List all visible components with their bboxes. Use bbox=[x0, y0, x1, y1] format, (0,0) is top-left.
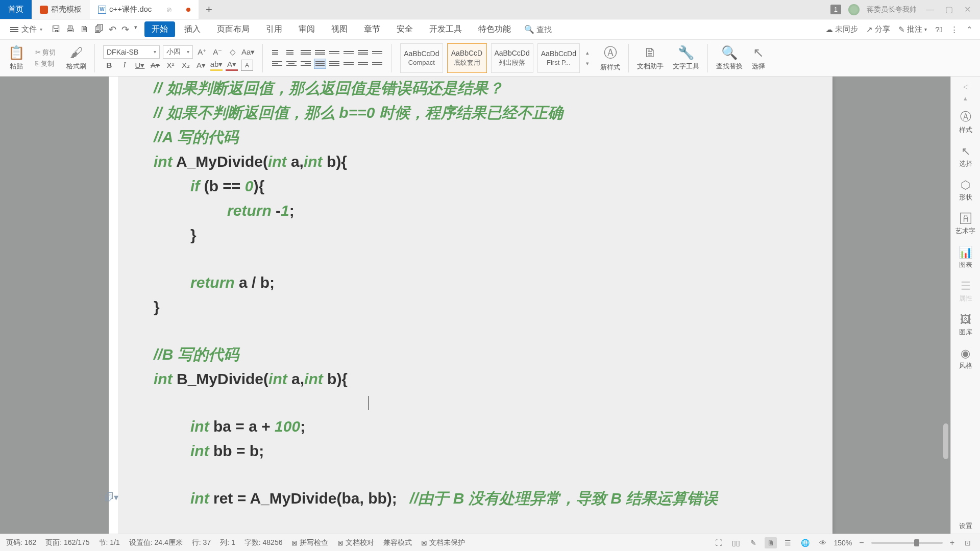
file-menu[interactable]: 文件 ▾ bbox=[7, 23, 45, 36]
sidebar-settings[interactable]: 设置 bbox=[959, 518, 972, 534]
tab-template[interactable]: 稻壳模板 bbox=[32, 0, 90, 19]
subscript-button[interactable]: X₂ bbox=[180, 60, 192, 71]
paste-button[interactable]: 📋粘贴 bbox=[5, 44, 28, 72]
italic-button[interactable]: I bbox=[118, 60, 131, 71]
style-list-paragraph[interactable]: AaBbCcDd列出段落 bbox=[491, 43, 533, 73]
sidebar-up-button[interactable]: ▴ bbox=[964, 94, 967, 102]
search-input[interactable] bbox=[536, 25, 567, 34]
page-view-button[interactable]: 🗎 bbox=[765, 537, 777, 548]
minimize-button[interactable]: — bbox=[924, 3, 936, 16]
zoom-level[interactable]: 150% bbox=[834, 539, 852, 547]
sidebar-theme[interactable]: ◉风格 bbox=[959, 344, 972, 373]
font-name-select[interactable]: DFKai-SB▾ bbox=[103, 45, 160, 59]
align-left-button[interactable] bbox=[271, 59, 283, 69]
shading-button[interactable] bbox=[357, 59, 369, 69]
print-preview-button[interactable]: 🗎 bbox=[80, 24, 89, 35]
style-compact[interactable]: AaBbCcDdCompact bbox=[400, 43, 443, 73]
status-col[interactable]: 列: 1 bbox=[220, 538, 235, 547]
undo-button[interactable]: ↶ bbox=[109, 24, 116, 35]
char-border-button[interactable]: A bbox=[241, 60, 253, 71]
line-height-button[interactable] bbox=[342, 59, 355, 69]
text-tools-button[interactable]: 🔧文字工具 bbox=[670, 44, 702, 72]
close-button[interactable]: ✕ bbox=[962, 3, 973, 16]
copy-button[interactable]: ⎘复制 bbox=[34, 59, 57, 69]
superscript-button[interactable]: X² bbox=[164, 60, 177, 71]
clear-format-button[interactable]: ◇ bbox=[227, 46, 239, 58]
print-button[interactable]: 🖶 bbox=[66, 24, 75, 35]
search-box[interactable]: 🔍 bbox=[524, 24, 567, 34]
styles-more-button[interactable]: ▴▾ bbox=[584, 47, 591, 69]
align-center-button[interactable] bbox=[285, 59, 298, 69]
save-button[interactable]: 🖫 bbox=[52, 24, 61, 35]
menu-tab-view[interactable]: 视图 bbox=[324, 21, 355, 37]
document-page[interactable]: // 如果判断返回值，那么返回值是错误码还是结果？ // 如果不判断返回值，那么… bbox=[118, 77, 832, 534]
fit-page-button[interactable]: ⊡ bbox=[962, 537, 974, 548]
scrollbar-thumb[interactable] bbox=[943, 423, 948, 459]
distribute-button[interactable] bbox=[328, 59, 340, 69]
redo-button[interactable]: ↷ bbox=[121, 24, 129, 35]
menu-tab-devtools[interactable]: 开发工具 bbox=[422, 21, 469, 37]
outline-view-button[interactable]: ☰ bbox=[782, 537, 794, 548]
qat-more-button[interactable]: ▾ bbox=[134, 24, 137, 35]
help-button[interactable]: ?⃝ bbox=[935, 25, 942, 34]
menu-tab-reference[interactable]: 引用 bbox=[259, 21, 289, 37]
numbering-button[interactable] bbox=[285, 47, 298, 58]
highlight-button[interactable]: ab▾ bbox=[210, 60, 223, 71]
font-size-select[interactable]: 小四▾ bbox=[163, 45, 193, 59]
line-spacing-button[interactable] bbox=[357, 47, 369, 58]
menu-tab-chapter[interactable]: 章节 bbox=[357, 21, 387, 37]
status-page[interactable]: 页面: 162/175 bbox=[45, 538, 89, 547]
notification-badge[interactable]: 1 bbox=[830, 5, 841, 14]
status-setval[interactable]: 设置值: 24.4厘米 bbox=[129, 538, 183, 547]
sidebar-collapse-button[interactable]: ◁ bbox=[963, 83, 968, 90]
sync-status[interactable]: ☁未同步 bbox=[825, 24, 858, 34]
menu-tab-special[interactable]: 特色功能 bbox=[471, 21, 518, 37]
text-effect-button[interactable]: A▾ bbox=[195, 60, 207, 71]
sidebar-gallery[interactable]: 🖼图库 bbox=[959, 310, 972, 340]
reading-view-button[interactable]: ▯▯ bbox=[730, 537, 742, 548]
sidebar-chart[interactable]: 📊图表 bbox=[959, 243, 972, 272]
doc-helper-button[interactable]: 🗎文档助手 bbox=[634, 44, 667, 72]
spellcheck-toggle[interactable]: ⊠拼写检查 bbox=[291, 538, 328, 547]
maximize-button[interactable]: ▢ bbox=[943, 3, 955, 16]
status-section[interactable]: 节: 1/1 bbox=[99, 538, 120, 547]
sidebar-style[interactable]: Ⓐ样式 bbox=[959, 106, 972, 138]
new-style-button[interactable]: Ⓐ新样式 bbox=[597, 43, 623, 73]
export-button[interactable]: 🗐 bbox=[94, 24, 104, 35]
bold-button[interactable]: B bbox=[103, 60, 115, 71]
formatpainter-button[interactable]: 🖌格式刷 bbox=[63, 44, 89, 72]
sidebar-select[interactable]: ↖选择 bbox=[959, 142, 972, 171]
device-icon[interactable]: ⎚ bbox=[167, 6, 171, 14]
zoom-slider[interactable] bbox=[871, 542, 943, 544]
tab-button[interactable] bbox=[328, 47, 340, 58]
zoom-out-button[interactable]: − bbox=[857, 538, 866, 547]
menu-tab-security[interactable]: 安全 bbox=[389, 21, 420, 37]
eye-protect-button[interactable]: 👁 bbox=[817, 537, 829, 548]
bullets-button[interactable] bbox=[271, 47, 283, 58]
tab-home[interactable]: 首页 bbox=[0, 0, 32, 19]
align-right-button[interactable] bbox=[300, 59, 312, 69]
status-pagecode[interactable]: 页码: 162 bbox=[6, 538, 36, 547]
underline-button[interactable]: U▾ bbox=[134, 60, 146, 71]
zoom-slider-handle[interactable] bbox=[914, 539, 919, 546]
borders-button[interactable] bbox=[371, 59, 383, 69]
show-marks-button[interactable] bbox=[371, 47, 383, 58]
status-row[interactable]: 行: 37 bbox=[192, 538, 211, 547]
protection-status[interactable]: ⊠文档未保护 bbox=[421, 538, 465, 547]
new-tab-button[interactable]: + bbox=[199, 0, 219, 19]
sidebar-shape[interactable]: ⬡形状 bbox=[959, 176, 972, 205]
more-button[interactable]: ⋮ bbox=[950, 25, 958, 34]
menu-tab-start[interactable]: 开始 bbox=[144, 21, 175, 37]
menu-tab-review[interactable]: 审阅 bbox=[291, 21, 322, 37]
sort-button[interactable] bbox=[342, 47, 355, 58]
style-first-p[interactable]: AaBbCcDdFirst P... bbox=[537, 43, 580, 73]
strikethrough-button[interactable]: A▾ bbox=[149, 60, 161, 71]
web-view-button[interactable]: 🌐 bbox=[799, 537, 812, 548]
tab-document[interactable]: W c++课件.doc ⎚ bbox=[90, 0, 199, 19]
avatar[interactable] bbox=[848, 4, 860, 15]
zoom-in-button[interactable]: + bbox=[948, 538, 957, 547]
shrink-font-button[interactable]: A⁻ bbox=[211, 46, 224, 58]
annotate-button[interactable]: ✎批注▾ bbox=[898, 24, 927, 34]
align-justify-button[interactable] bbox=[314, 59, 326, 69]
collapse-ribbon-button[interactable]: ⌃ bbox=[966, 25, 973, 34]
